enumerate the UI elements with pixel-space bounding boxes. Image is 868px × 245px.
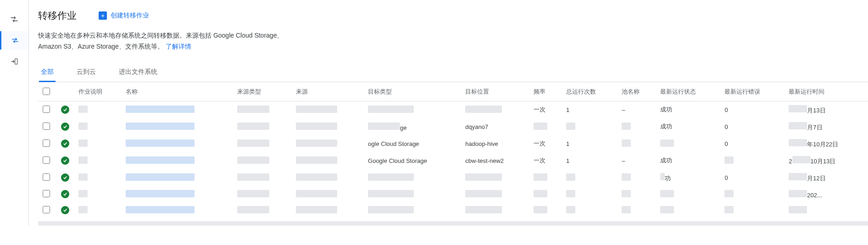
row-checkbox[interactable] [43,156,50,164]
run-count: 1 [566,157,569,164]
create-button-label: 创建转移作业 [111,11,149,20]
row-checkbox[interactable] [43,122,50,130]
table-row[interactable]: 一次1–成功0月13日 [38,101,868,118]
table-row[interactable]: Google Cloud Storagecbw-test-new2一次1–成功2… [38,152,868,169]
col-desc: 作业说明 [74,83,121,101]
create-transfer-job-button[interactable]: + 创建转移作业 [99,11,149,20]
tab-file-system[interactable]: 进出文件系统 [117,63,159,82]
last-time: 年10月22日 [807,141,838,148]
error-count: 0 [724,106,728,113]
error-count: 0 [724,123,728,130]
tab-cloud-to-cloud[interactable]: 云到云 [75,63,98,82]
row-checkbox[interactable] [43,190,50,197]
row-checkbox[interactable] [43,106,50,113]
row-checkbox[interactable] [43,206,50,213]
table-row[interactable]: gedqyano7成功0月7日 [38,118,868,135]
col-last-state: 最新运行状态 [656,83,720,101]
last-state: 成功 [660,157,672,164]
agents-nav-icon[interactable] [0,52,28,71]
success-icon [61,190,69,198]
target-location: hadoop-hive [465,140,498,147]
page-title: 转移作业 [38,9,77,22]
last-state: 成功 [660,123,672,130]
pool-name: – [622,106,625,113]
last-time: 10月13日 [811,158,836,165]
transfer-jobs-nav[interactable] [0,31,28,50]
last-time: 月13日 [807,107,825,114]
table-row[interactable]: ogle Cloud Storagehadoop-hive一次10年10月22日 [38,135,868,152]
horizontal-scrollbar[interactable] [38,221,868,226]
col-target-type: 目标类型 [363,83,461,101]
error-count: 0 [724,140,728,147]
target-location: cbw-test-new2 [465,157,504,164]
col-pool: 池名称 [617,83,656,101]
col-last-time: 最新运行时间 [784,83,868,101]
table-row[interactable]: 功0月12日 [38,169,868,186]
run-count: 1 [566,140,569,147]
col-source-type: 来源类型 [233,83,291,101]
success-icon [61,122,69,131]
frequency: 一次 [534,106,545,113]
success-icon [61,173,69,182]
select-all-checkbox[interactable] [43,88,50,95]
target-location: dqyano7 [465,123,488,130]
col-runs: 总运行次数 [562,83,617,101]
tab-all[interactable]: 全部 [39,63,56,82]
col-freq: 频率 [529,83,562,101]
col-last-error: 最新运行错误 [720,83,784,101]
table-row[interactable]: 202... [38,186,868,202]
col-source: 来源 [291,83,363,101]
success-icon [61,156,69,165]
last-time: 月12日 [807,175,825,182]
pool-name: – [622,157,625,164]
table-row[interactable] [38,202,868,218]
row-checkbox[interactable] [43,173,50,181]
col-target-loc: 目标位置 [461,83,529,101]
sidebar [0,0,28,226]
last-state: 成功 [660,106,672,113]
success-icon [61,206,69,214]
frequency: 一次 [534,157,545,164]
error-count: 0 [724,174,728,181]
filter-tabs: 全部 云到云 进出文件系统 [38,63,868,82]
run-count: 1 [566,106,569,113]
success-icon [61,106,69,114]
row-checkbox[interactable] [43,139,50,147]
last-time: 月7日 [807,124,822,131]
col-name: 名称 [121,83,233,101]
transfer-service-icon[interactable] [0,10,28,28]
plus-icon: + [99,11,107,20]
page-description: 快速安全地在多种云和本地存储系统之间转移数据。来源包括 Google Cloud… [38,30,332,52]
last-time: 202... [807,192,822,199]
main-content: 转移作业 + 创建转移作业 快速安全地在多种云和本地存储系统之间转移数据。来源包… [28,0,868,226]
success-icon [61,139,69,148]
frequency: 一次 [534,140,545,147]
transfer-jobs-table: 作业说明 名称 来源类型 来源 目标类型 目标位置 频率 总运行次数 池名称 最… [38,83,868,218]
learn-more-link[interactable]: 了解详情 [166,43,191,50]
